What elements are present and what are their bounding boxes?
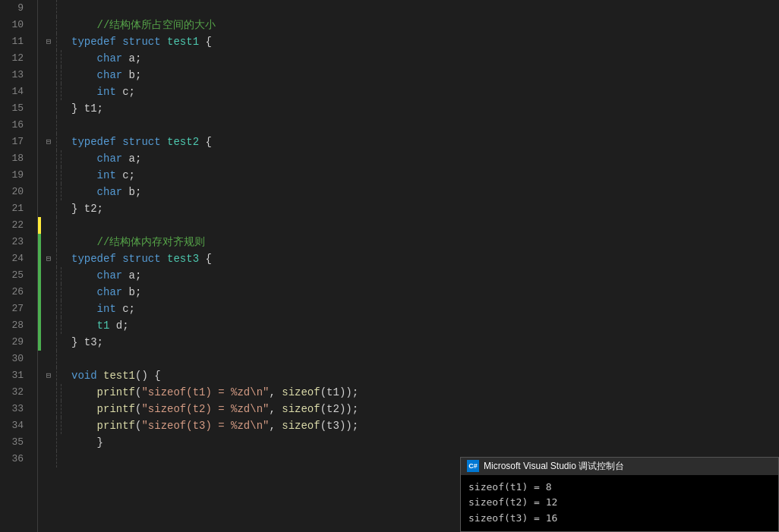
token-kw: struct <box>122 36 160 48</box>
line-content-10: //结构体所占空间的大小 <box>65 17 779 33</box>
line-content-15: } t1; <box>65 100 779 117</box>
gutter-17[interactable]: ⊟ <box>41 134 56 150</box>
line-number-33: 33 <box>0 401 28 417</box>
token-punc <box>116 253 122 265</box>
line-number-35: 35 <box>0 434 28 451</box>
fold-icon[interactable]: ⊟ <box>46 134 52 150</box>
token-str: "sizeof(t1) = %zd\n" <box>141 386 269 398</box>
token-str: "sizeof(t3) = %zd\n" <box>141 420 269 432</box>
line-content-18: char a; <box>65 150 779 167</box>
console-title: Microsoft Visual Studio 调试控制台 <box>484 460 624 473</box>
line-number-25: 25 <box>0 267 28 284</box>
token-punc <box>116 136 122 148</box>
line-bar-20 <box>38 184 41 200</box>
token-punc: , <box>269 386 282 398</box>
line-bar-32 <box>38 384 41 401</box>
code-line-12: char a; <box>38 50 779 67</box>
code-line-24: ⊟typedef struct test3 { <box>38 250 779 267</box>
code-area[interactable]: //结构体所占空间的大小⊟typedef struct test1 { char… <box>38 0 779 532</box>
token-punc: { <box>199 253 212 265</box>
token-kw: typedef <box>71 136 116 148</box>
code-line-29: } t3; <box>38 334 779 351</box>
token-punc: } t1; <box>71 102 103 115</box>
fold-icon[interactable]: ⊟ <box>46 250 52 267</box>
line-bar-30 <box>38 351 41 367</box>
line-bar-18 <box>38 150 41 167</box>
line-bar-26 <box>38 284 41 301</box>
code-line-33: printf("sizeof(t2) = %zd\n", sizeof(t2))… <box>38 401 779 417</box>
token-kw: int <box>71 86 116 98</box>
console-titlebar: C# Microsoft Visual Studio 调试控制台 <box>461 458 778 475</box>
gutter-24[interactable]: ⊟ <box>41 250 56 267</box>
token-func: sizeof <box>282 386 320 398</box>
token-punc: a; <box>122 52 141 65</box>
line-number-30: 30 <box>0 351 28 367</box>
line-bar-23 <box>38 234 41 250</box>
line-content-32: printf("sizeof(t1) = %zd\n", sizeof(t1))… <box>65 384 779 401</box>
token-kw-type: test2 <box>167 136 199 148</box>
line-bar-27 <box>38 301 41 317</box>
line-content-14: int c; <box>65 83 779 100</box>
line-bar-13 <box>38 67 41 83</box>
console-icon: C# <box>467 460 479 472</box>
token-kw: struct <box>122 253 160 265</box>
code-line-34: printf("sizeof(t3) = %zd\n", sizeof(t3))… <box>38 417 779 434</box>
line-bar-36 <box>38 451 41 467</box>
line-content-13: char b; <box>65 67 779 83</box>
token-punc <box>161 136 167 148</box>
indent-guide-1 <box>61 451 65 467</box>
gutter-11[interactable]: ⊟ <box>41 33 56 50</box>
line-number-26: 26 <box>0 284 28 301</box>
line-number-12: 12 <box>0 50 28 67</box>
token-punc: } t2; <box>71 203 103 215</box>
gutter-31[interactable]: ⊟ <box>41 367 56 384</box>
token-punc: a; <box>122 269 141 282</box>
token-comment: //结构体所占空间的大小 <box>71 19 216 31</box>
line-number-9: 9 <box>0 0 28 17</box>
line-bar-22 <box>38 217 41 234</box>
token-str: "sizeof(t2) = %zd\n" <box>141 403 269 415</box>
token-punc: c; <box>116 169 135 181</box>
code-line-14: int c; <box>38 83 779 100</box>
line-number-22: 22 <box>0 217 28 234</box>
code-line-30 <box>38 351 779 367</box>
token-func: test1 <box>103 370 135 382</box>
code-line-22 <box>38 217 779 234</box>
token-punc: } <box>71 436 103 449</box>
line-content-12: char a; <box>65 50 779 67</box>
line-number-10: 10 <box>0 17 28 33</box>
line-number-20: 20 <box>0 184 28 200</box>
line-content-28: t1 d; <box>65 317 779 334</box>
line-content-34: printf("sizeof(t3) = %zd\n", sizeof(t3))… <box>65 417 779 434</box>
code-line-11: ⊟typedef struct test1 { <box>38 33 779 50</box>
token-kw: char <box>71 186 122 198</box>
fold-icon[interactable]: ⊟ <box>46 367 52 384</box>
token-kw: char <box>71 153 122 165</box>
line-bar-12 <box>38 50 41 67</box>
token-kw: struct <box>122 136 160 148</box>
token-func: printf <box>71 386 135 398</box>
token-kw: char <box>71 269 122 282</box>
fold-icon[interactable]: ⊟ <box>46 33 52 50</box>
token-comment: //结构体内存对齐规则 <box>71 236 205 248</box>
code-line-9 <box>38 0 779 17</box>
token-kw: void <box>71 370 97 382</box>
line-numbers: 9101112131415161718192021222324252627282… <box>0 0 38 532</box>
token-kw-type: test1 <box>167 36 199 48</box>
code-line-17: ⊟typedef struct test2 { <box>38 134 779 150</box>
token-kw-type: test3 <box>167 253 199 265</box>
line-content-35: } <box>65 434 779 451</box>
token-punc: (t3)); <box>320 420 358 432</box>
editor-container: 9101112131415161718192021222324252627282… <box>0 0 779 532</box>
token-kw: int <box>71 169 116 181</box>
line-content-20: char b; <box>65 184 779 200</box>
token-kw-type: t1 <box>71 320 109 332</box>
line-bar-16 <box>38 117 41 134</box>
token-kw: char <box>71 52 122 65</box>
token-punc: (t2)); <box>320 403 358 415</box>
line-bar-34 <box>38 417 41 434</box>
token-punc: , <box>269 420 282 432</box>
code-line-23: //结构体内存对齐规则 <box>38 234 779 250</box>
indent-guide-1 <box>61 351 65 367</box>
line-number-14: 14 <box>0 83 28 100</box>
